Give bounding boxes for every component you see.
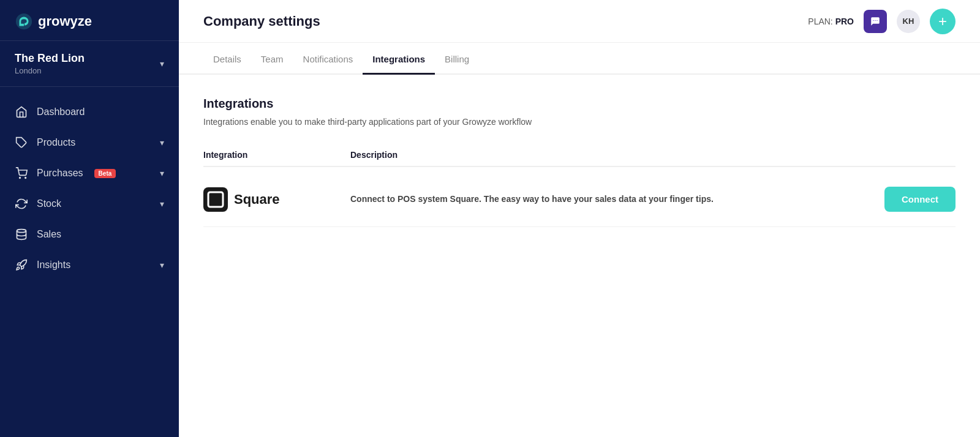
square-description: Connect to POS system Square. The easy w…	[350, 193, 884, 206]
tab-integrations[interactable]: Integrations	[363, 43, 435, 75]
integrations-description: Integrations enable you to make third-pa…	[203, 117, 956, 127]
user-avatar[interactable]: KH	[897, 10, 920, 33]
main-content: Company settings PLAN: PRO KH + Details …	[179, 0, 980, 437]
tab-details[interactable]: Details	[203, 43, 251, 75]
sidebar: growyze The Red Lion London ▾ Dashboard	[0, 0, 179, 437]
app-name: growyze	[38, 13, 92, 29]
layers-icon	[15, 228, 28, 241]
square-logo: Square	[203, 187, 350, 212]
sidebar-item-sales-label: Sales	[37, 229, 61, 240]
house-icon	[15, 105, 28, 119]
square-icon	[203, 187, 228, 212]
company-location: London	[15, 66, 85, 75]
page-title: Company settings	[203, 13, 320, 29]
sidebar-item-stock[interactable]: Stock ▾	[0, 189, 179, 219]
svg-point-7	[876, 20, 878, 21]
company-selector[interactable]: The Red Lion London ▾	[0, 41, 179, 87]
svg-point-3	[25, 177, 26, 179]
square-connect-button[interactable]: Connect	[884, 187, 956, 212]
svg-point-2	[20, 177, 21, 179]
sidebar-item-insights[interactable]: Insights ▾	[0, 250, 179, 280]
top-bar: Company settings PLAN: PRO KH +	[179, 0, 980, 43]
sidebar-item-purchases[interactable]: Purchases Beta ▾	[0, 158, 179, 189]
cart-icon	[15, 166, 28, 180]
svg-point-6	[875, 20, 876, 21]
tab-billing[interactable]: Billing	[435, 43, 479, 75]
svg-point-4	[17, 230, 26, 233]
tab-notifications[interactable]: Notifications	[293, 43, 363, 75]
plan-label: PLAN: PRO	[808, 17, 854, 26]
stock-chevron-icon: ▾	[160, 199, 164, 209]
integrations-content: Integrations Integrations enable you to …	[179, 75, 980, 437]
company-info: The Red Lion London	[15, 52, 85, 75]
sidebar-item-products-label: Products	[37, 137, 75, 148]
insights-chevron-icon: ▾	[160, 260, 164, 270]
sidebar-item-dashboard-label: Dashboard	[37, 106, 85, 118]
sidebar-item-insights-label: Insights	[37, 260, 70, 271]
svg-rect-8	[203, 187, 228, 212]
tag-icon	[15, 136, 28, 149]
products-chevron-icon: ▾	[160, 138, 164, 148]
table-header: Integration Description	[203, 144, 956, 167]
square-logo-display: Square	[203, 187, 280, 212]
chat-button[interactable]	[864, 10, 887, 33]
col-header-integration: Integration	[203, 150, 350, 160]
plan-name: PRO	[835, 17, 854, 26]
tab-team[interactable]: Team	[251, 43, 293, 75]
purchases-chevron-icon: ▾	[160, 168, 164, 178]
sidebar-item-dashboard[interactable]: Dashboard	[0, 97, 179, 127]
svg-point-5	[873, 20, 874, 21]
svg-point-0	[16, 13, 32, 29]
sidebar-nav: Dashboard Products ▾	[0, 87, 179, 437]
integrations-title: Integrations	[203, 97, 956, 111]
sidebar-item-sales[interactable]: Sales	[0, 219, 179, 250]
rocket-icon	[15, 258, 28, 272]
company-chevron-icon: ▾	[160, 59, 164, 69]
add-button[interactable]: +	[930, 9, 956, 34]
sidebar-item-purchases-label: Purchases	[37, 168, 83, 179]
app-logo: growyze	[15, 12, 164, 31]
top-bar-right: PLAN: PRO KH +	[808, 9, 956, 34]
logo-area: growyze	[0, 0, 179, 41]
growyze-logo-icon	[15, 12, 33, 31]
beta-badge: Beta	[94, 169, 116, 178]
sidebar-item-stock-label: Stock	[37, 198, 61, 209]
sidebar-item-products[interactable]: Products ▾	[0, 127, 179, 158]
col-header-description: Description	[350, 150, 956, 160]
tabs-bar: Details Team Notifications Integrations …	[179, 43, 980, 75]
chat-icon	[870, 16, 881, 27]
refresh-icon	[15, 197, 28, 211]
company-name: The Red Lion	[15, 52, 85, 65]
integration-row-square: Square Connect to POS system Square. The…	[203, 172, 956, 227]
